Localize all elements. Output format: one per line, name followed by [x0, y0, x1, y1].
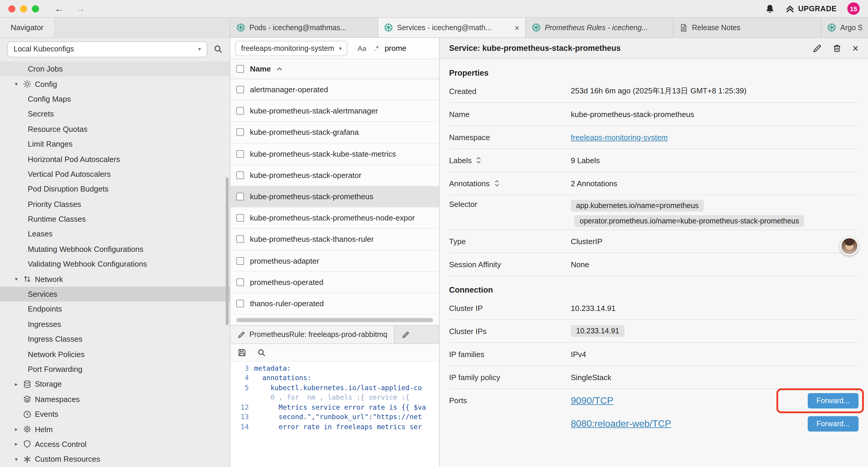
close-window-button[interactable]	[8, 5, 16, 12]
line-number: 12	[230, 402, 254, 412]
editor-search-icon[interactable]	[257, 348, 266, 357]
kubeconfig-selector[interactable]: Local Kubeconfigs ▾	[7, 41, 208, 57]
select-all-checkbox[interactable]	[236, 65, 244, 73]
namespace-filter-select[interactable]: freeleaps-monitoring-system ▾	[235, 40, 347, 56]
service-row[interactable]: alertmanager-operated	[230, 79, 439, 100]
tab-pods[interactable]: Pods - icecheng@mathmas...	[230, 18, 378, 37]
back-button[interactable]: ←	[54, 4, 64, 13]
tree-item[interactable]: Config Maps	[0, 92, 230, 107]
zoom-window-button[interactable]	[32, 5, 39, 12]
detail-row-type: Type ClusterIP	[449, 230, 859, 253]
row-checkbox[interactable]	[236, 236, 244, 243]
tree-item[interactable]: Secrets	[0, 107, 230, 121]
tree-item[interactable]: ▾ Network	[0, 272, 230, 287]
upgrade-button[interactable]: UPGRADE	[785, 4, 837, 13]
port-link[interactable]: 9090/TCP	[571, 395, 613, 406]
row-checkbox[interactable]	[236, 214, 244, 222]
port-forward-button[interactable]: Forward...	[807, 416, 859, 431]
minimize-window-button[interactable]	[20, 5, 27, 12]
close-icon[interactable]: ×	[852, 43, 859, 54]
delete-trash-icon[interactable]	[833, 44, 842, 53]
tree-item[interactable]: Ingress Classes	[0, 332, 230, 347]
tree-item[interactable]: Resource Quotas	[0, 121, 230, 137]
dock-tab-next[interactable]	[395, 326, 417, 344]
row-checkbox[interactable]	[236, 128, 244, 136]
tree-item[interactable]: Runtime Classes	[0, 212, 230, 227]
dock-tab-prometheusrule[interactable]: PrometheusRule: freeleaps-prod-rabbitmq	[230, 326, 395, 344]
search-icon[interactable]	[213, 44, 223, 54]
expand-updown-icon[interactable]	[476, 157, 482, 164]
tree-item[interactable]: ▾ Custom Resources	[0, 451, 230, 467]
detail-row-ports: Ports 9090/TCP Forward... 8080:reloader-…	[449, 389, 859, 435]
service-row[interactable]: kube-prometheus-stack-alertmanager	[230, 100, 439, 122]
tree-item[interactable]: Horizontal Pod Autoscalers	[0, 152, 230, 167]
horizontal-scrollbar[interactable]	[236, 318, 433, 322]
tree-item[interactable]: ▸ Storage	[0, 377, 230, 391]
service-row[interactable]: kube-prometheus-stack-grafana	[230, 122, 439, 143]
match-case-toggle[interactable]: Aa	[356, 43, 368, 53]
expand-updown-icon[interactable]	[494, 180, 500, 187]
tree-item[interactable]: ▸ Access Control	[0, 437, 230, 452]
tab-close-icon[interactable]: ×	[515, 23, 519, 32]
save-icon[interactable]	[238, 348, 246, 357]
tab-prometheus-rules[interactable]: Prometheus Rules - icecheng...	[526, 18, 674, 37]
service-row[interactable]: thanos-ruler-operated	[230, 293, 439, 315]
service-row[interactable]: prometheus-adapter	[230, 250, 439, 272]
notification-count-badge[interactable]: 15	[847, 2, 860, 15]
tree-item[interactable]: Port Forwarding	[0, 362, 230, 377]
tree-item[interactable]: Mutating Webhook Configurations	[0, 241, 230, 257]
row-checkbox[interactable]	[236, 300, 244, 308]
tree-item[interactable]: ▾ Config	[0, 77, 230, 92]
regex-toggle[interactable]: .*	[372, 43, 380, 53]
port-forward-button[interactable]: Forward...	[807, 393, 859, 408]
row-checkbox[interactable]	[236, 107, 244, 115]
service-row[interactable]: kube-prometheus-stack-thanos-ruler	[230, 229, 439, 250]
service-row[interactable]: kube-prometheus-stack-prometheus-node-ex…	[230, 207, 439, 229]
tree-item[interactable]: Ingresses	[0, 317, 230, 332]
database-icon	[23, 380, 31, 388]
tree-item[interactable]: Pod Disruption Budgets	[0, 181, 230, 197]
service-row[interactable]: kube-prometheus-stack-prometheus	[230, 186, 439, 207]
tree-item[interactable]: Leases	[0, 227, 230, 242]
tree-item[interactable]: ▸ Helm	[0, 422, 230, 437]
tab-release-notes[interactable]: Release Notes	[674, 18, 821, 37]
notifications-bell-icon[interactable]	[765, 4, 774, 13]
tree-item[interactable]: Validating Webhook Configurations	[0, 257, 230, 272]
tab-services[interactable]: Services - icecheng@math... ×	[378, 18, 526, 37]
code-text: kubectl.kubernetes.io/last-applied-co	[254, 383, 422, 393]
tree-item[interactable]: Priority Classes	[0, 197, 230, 212]
row-checkbox[interactable]	[236, 279, 244, 286]
kubernetes-icon	[236, 23, 245, 32]
name-column-header[interactable]: Name	[250, 64, 271, 73]
row-checkbox[interactable]	[236, 150, 244, 157]
tree-item[interactable]: Events	[0, 407, 230, 422]
port-link[interactable]: 8080:reloader-web/TCP	[571, 418, 671, 429]
row-checkbox[interactable]	[236, 257, 244, 265]
service-row[interactable]: prometheus-operated	[230, 272, 439, 293]
service-row[interactable]: kube-prometheus-stack-operator	[230, 165, 439, 186]
row-checkbox[interactable]	[236, 86, 244, 93]
detail-title: Service: kube-prometheus-stack-prometheu…	[449, 44, 621, 53]
yaml-editor[interactable]: 3 metadata: 4 annotations: 5	[230, 362, 439, 467]
sidebar-scrollbar[interactable]	[226, 177, 229, 325]
navigator-title: Navigator	[11, 23, 43, 32]
tree-item[interactable]: Limit Ranges	[0, 137, 230, 152]
service-row[interactable]: kube-prometheus-stack-kube-state-metrics	[230, 143, 439, 165]
sort-ascending-icon[interactable]	[277, 67, 283, 71]
tree-item[interactable]: Vertical Pod Autoscalers	[0, 167, 230, 181]
tree-item[interactable]: Services	[0, 287, 230, 302]
row-checkbox[interactable]	[236, 193, 244, 200]
forward-button[interactable]: →	[75, 4, 85, 13]
tree-item[interactable]: Endpoints	[0, 302, 230, 317]
namespace-link[interactable]: freeleaps-monitoring-system	[571, 133, 668, 142]
search-input[interactable]: Aa .* prome	[353, 40, 434, 56]
row-checkbox[interactable]	[236, 171, 244, 179]
tree-item[interactable]: Cron Jobs	[0, 61, 230, 77]
user-avatar[interactable]	[840, 237, 859, 255]
tree-item[interactable]: Namespaces	[0, 391, 230, 407]
tab-argo[interactable]: Argo S	[821, 18, 868, 37]
navigator-tab[interactable]: Navigator	[0, 18, 55, 37]
detail-row-created: Created 253d 16h 6m ago (2025年1月13日 GMT+…	[449, 80, 859, 103]
edit-pencil-icon[interactable]	[813, 43, 822, 53]
tree-item[interactable]: Network Policies	[0, 347, 230, 362]
